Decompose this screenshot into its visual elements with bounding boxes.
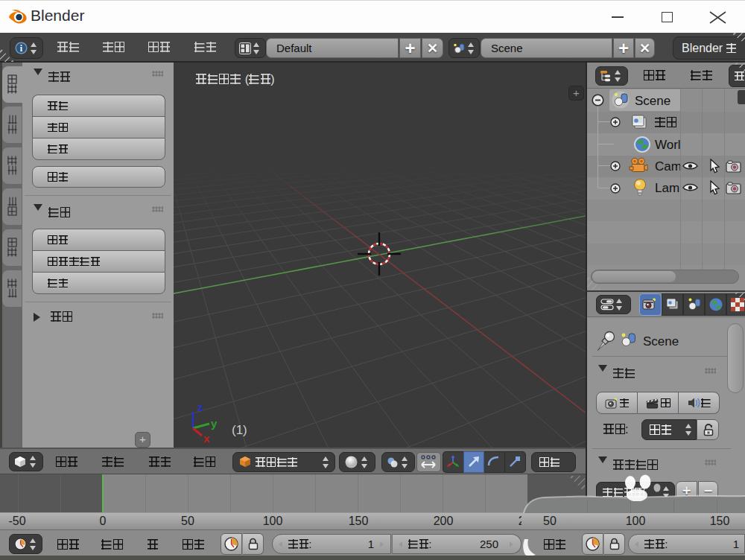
svg-text:y: y (211, 417, 218, 430)
svg-text:z: z (197, 401, 203, 413)
svg-text:x: x (203, 432, 210, 445)
